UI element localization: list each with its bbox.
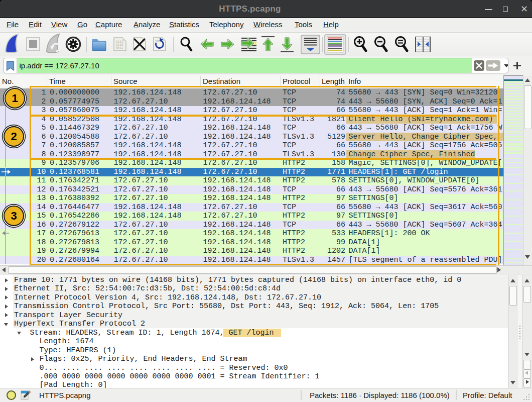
svg-text:0011: 0011 — [116, 46, 123, 49]
